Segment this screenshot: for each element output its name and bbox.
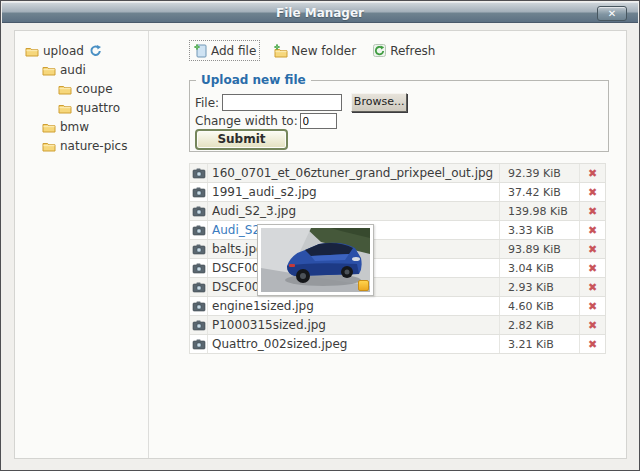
delete-icon[interactable]: ✖ <box>579 259 605 277</box>
table-row[interactable]: DSCF0057. 3.04 KiB ✖ <box>190 259 605 278</box>
folder-icon <box>58 83 72 95</box>
file-size: 4.60 KiB <box>499 297 579 315</box>
table-row[interactable]: engine1sized.jpg 4.60 KiB ✖ <box>190 297 605 316</box>
upload-legend: Upload new file <box>196 73 311 87</box>
tree-item-upload[interactable]: upload <box>15 42 148 61</box>
browse-button[interactable]: Browse... <box>351 93 407 112</box>
photo-icon <box>190 259 208 277</box>
folder-icon <box>42 64 56 76</box>
add-file-label: Add file <box>211 44 256 58</box>
tree-item-audi[interactable]: audi <box>15 61 148 80</box>
tree-item-label: upload <box>43 44 84 58</box>
table-row-hovered[interactable]: Audi_S2_3_ 3.33 KiB ✖ <box>190 221 605 240</box>
folder-icon <box>25 45 39 57</box>
file-name[interactable]: engine1sized.jpg <box>208 297 499 315</box>
photo-icon <box>190 183 208 201</box>
loading-badge-icon <box>358 280 369 291</box>
car-preview-image <box>261 228 370 292</box>
tree-item-quattro[interactable]: quattro <box>15 99 148 118</box>
width-input[interactable] <box>300 113 337 129</box>
file-label: File: <box>195 96 219 110</box>
tree-item-label: nature-pics <box>60 139 127 153</box>
file-name[interactable]: Audi_S2_3.jpg <box>208 202 499 220</box>
file-name[interactable]: P1000315sized.jpg <box>208 316 499 334</box>
file-size: 92.39 KiB <box>499 164 579 182</box>
file-size: 3.21 KiB <box>499 335 579 353</box>
delete-icon[interactable]: ✖ <box>579 335 605 353</box>
title-bar[interactable]: File Manager ✕ <box>2 2 638 23</box>
close-icon: ✕ <box>608 8 616 19</box>
file-size: 2.82 KiB <box>499 316 579 334</box>
refresh-label: Refresh <box>390 44 435 58</box>
file-size: 139.98 KiB <box>499 202 579 220</box>
tree-item-nature-pics[interactable]: nature-pics <box>15 137 148 156</box>
file-size: 93.89 KiB <box>499 240 579 258</box>
file-size: 2.93 KiB <box>499 278 579 296</box>
table-row[interactable]: Quattro_002sized.jpeg 3.21 KiB ✖ <box>190 335 605 354</box>
file-size: 3.04 KiB <box>499 259 579 277</box>
tree-item-label: coupe <box>76 82 113 96</box>
upload-fieldset: Upload new file File: Browse... Change w… <box>189 80 609 152</box>
close-button[interactable]: ✕ <box>597 6 627 21</box>
folder-icon <box>58 102 72 114</box>
width-row: Change width to: <box>195 113 337 129</box>
file-size: 37.42 KiB <box>499 183 579 201</box>
tree-item-label: quattro <box>76 101 120 115</box>
photo-icon <box>190 278 208 296</box>
photo-icon <box>190 335 208 353</box>
submit-button[interactable]: Submit <box>195 129 288 150</box>
delete-icon[interactable]: ✖ <box>579 164 605 182</box>
tree-item-label: bmw <box>60 120 89 134</box>
table-row[interactable]: Audi_S2_3.jpg 139.98 KiB ✖ <box>190 202 605 221</box>
new-folder-label: New folder <box>291 44 356 58</box>
table-row[interactable]: balts.jpg 93.89 KiB ✖ <box>190 240 605 259</box>
file-size: 3.33 KiB <box>499 221 579 239</box>
refresh-button[interactable]: Refresh <box>369 41 438 60</box>
delete-icon[interactable]: ✖ <box>579 297 605 315</box>
delete-icon[interactable]: ✖ <box>579 202 605 220</box>
refresh-icon <box>372 43 387 58</box>
file-path-input[interactable] <box>222 94 342 111</box>
file-name[interactable]: 160_0701_et_06ztuner_grand_prixpeel_out.… <box>208 164 499 182</box>
image-preview-tooltip <box>257 224 374 296</box>
folder-icon <box>42 121 56 133</box>
photo-icon <box>190 164 208 182</box>
add-file-button[interactable]: Add file <box>189 40 260 61</box>
file-table: 160_0701_et_06ztuner_grand_prixpeel_out.… <box>189 163 606 354</box>
refresh-icon[interactable] <box>89 44 102 57</box>
new-folder-icon <box>273 44 288 58</box>
content-area: upload audi coupe quattro bmw nature-pic… <box>14 30 627 459</box>
photo-icon <box>190 297 208 315</box>
folder-tree-panel: upload audi coupe quattro bmw nature-pic… <box>15 31 149 458</box>
folder-icon <box>42 140 56 152</box>
file-row: File: Browse... <box>195 93 407 112</box>
table-row[interactable]: 160_0701_et_06ztuner_grand_prixpeel_out.… <box>190 164 605 183</box>
file-name[interactable]: Quattro_002sized.jpeg <box>208 335 499 353</box>
tree-item-label: audi <box>60 63 86 77</box>
tree-item-coupe[interactable]: coupe <box>15 80 148 99</box>
file-manager-window: File Manager ✕ upload audi coupe quattro… <box>0 0 640 471</box>
tree-item-bmw[interactable]: bmw <box>15 118 148 137</box>
new-folder-button[interactable]: New folder <box>270 42 359 60</box>
delete-icon[interactable]: ✖ <box>579 240 605 258</box>
photo-icon <box>190 240 208 258</box>
delete-icon[interactable]: ✖ <box>579 221 605 239</box>
table-row[interactable]: DSCF0058. 2.93 KiB ✖ <box>190 278 605 297</box>
file-name[interactable]: 1991_audi_s2.jpg <box>208 183 499 201</box>
photo-icon <box>190 221 208 239</box>
file-panel: Add file New folder Refresh <box>150 31 626 458</box>
photo-icon <box>190 316 208 334</box>
change-width-label: Change width to: <box>195 114 298 128</box>
photo-icon <box>190 202 208 220</box>
add-file-icon <box>193 43 208 58</box>
delete-icon[interactable]: ✖ <box>579 278 605 296</box>
table-row[interactable]: P1000315sized.jpg 2.82 KiB ✖ <box>190 316 605 335</box>
toolbar: Add file New folder Refresh <box>189 40 438 61</box>
window-title: File Manager <box>2 6 638 20</box>
delete-icon[interactable]: ✖ <box>579 316 605 334</box>
delete-icon[interactable]: ✖ <box>579 183 605 201</box>
table-row[interactable]: 1991_audi_s2.jpg 37.42 KiB ✖ <box>190 183 605 202</box>
